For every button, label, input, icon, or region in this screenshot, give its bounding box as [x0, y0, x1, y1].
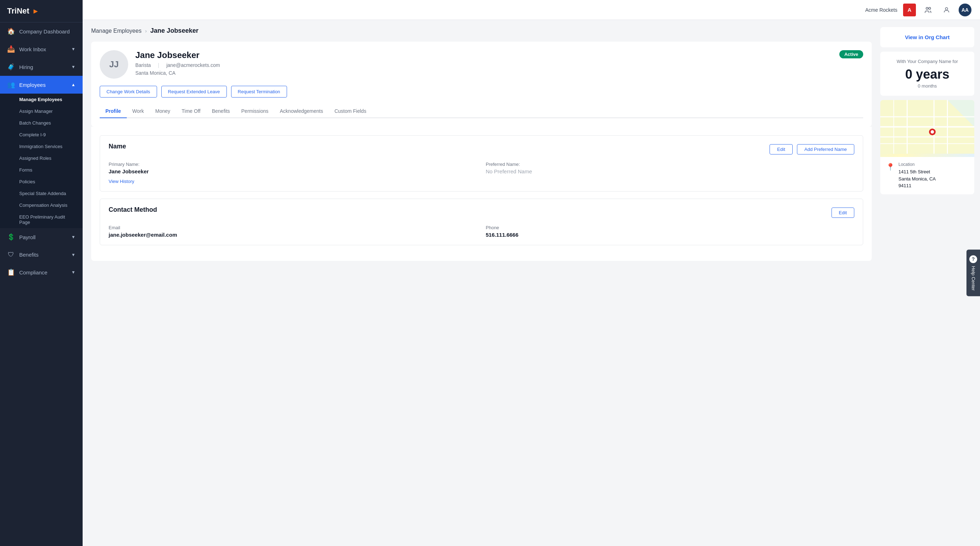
tab-money[interactable]: Money — [150, 105, 176, 118]
user-icon-button[interactable] — [940, 3, 953, 16]
sidebar-item-payroll[interactable]: 💲 Payroll ▼ — [0, 228, 83, 246]
location-label: Location — [899, 162, 936, 167]
chevron-down-icon: ▼ — [71, 47, 75, 52]
sidebar-item-compensation-analysis[interactable]: Compensation Analysis — [0, 199, 83, 211]
sidebar-item-label: Hiring — [19, 64, 67, 70]
name-grid: Primary Name: Jane Jobseeker View Histor… — [108, 162, 854, 184]
chevron-down-icon: ▼ — [71, 235, 75, 240]
sidebar-item-immigration-services[interactable]: Immigration Services — [0, 141, 83, 152]
right-panel: View in Org Chart With Your Company Name… — [880, 20, 980, 546]
tab-custom-fields[interactable]: Custom Fields — [329, 105, 372, 118]
tab-acknowledgements[interactable]: Acknowledgements — [274, 105, 329, 118]
sidebar-item-assigned-roles[interactable]: Assigned Roles — [0, 152, 83, 164]
breadcrumb-parent[interactable]: Manage Employees — [91, 28, 142, 34]
breadcrumb: Manage Employees › Jane Jobseeker — [91, 27, 872, 35]
help-center-tab[interactable]: ? Help Center — [966, 249, 980, 296]
tenure-subtitle: With Your Company Name for — [888, 59, 967, 64]
sidebar-item-label: Work Inbox — [19, 46, 67, 52]
phone-field: Phone 516.111.6666 — [486, 225, 854, 238]
phone-value: 516.111.6666 — [486, 232, 854, 238]
sidebar-item-manage-employees[interactable]: Manage Employees — [0, 94, 83, 105]
location-info: 📍 Location 1411 5th Street Santa Monica,… — [880, 157, 974, 194]
sidebar-item-compliance[interactable]: 📋 Compliance ▼ — [0, 263, 83, 281]
employee-name: Jane Jobseeker — [135, 50, 832, 60]
sidebar-item-complete-i9[interactable]: Complete I-9 — [0, 129, 83, 141]
logo-arrow: ► — [32, 7, 39, 15]
compliance-icon: 📋 — [7, 268, 15, 276]
briefcase-icon: 🧳 — [7, 63, 15, 71]
email-label: Email — [108, 225, 477, 230]
preferred-name-field: Preferred Name: No Preferred Name — [486, 162, 854, 184]
help-icon: ? — [969, 255, 977, 263]
primary-name-value: Jane Jobseeker — [108, 168, 477, 175]
profile-section: Name Edit Add Preferred Name Primary Nam… — [91, 127, 872, 261]
tab-time-off[interactable]: Time Off — [176, 105, 206, 118]
benefits-icon: 🛡 — [7, 251, 15, 259]
team-icon-button[interactable] — [921, 3, 934, 16]
employee-actions: Change Work Details Request Extended Lea… — [100, 86, 863, 97]
sidebar-item-label: Payroll — [19, 234, 67, 240]
employees-icon: 👥 — [7, 81, 15, 89]
main-area: Acme Rockets A AA Manage Employees › Jan… — [83, 0, 980, 546]
employee-avatar: JJ — [100, 50, 128, 79]
name-section-header: Name Edit Add Preferred Name — [108, 143, 854, 156]
location-address-line2: Santa Monica, CA — [899, 176, 936, 183]
primary-name-label: Primary Name: — [108, 162, 477, 167]
preferred-name-value: No Preferred Name — [486, 168, 854, 175]
profile-tabs: Profile Work Money Time Off Benefits Per… — [100, 105, 863, 118]
sidebar-item-eeo-audit[interactable]: EEO Preliminary Audit Page — [0, 211, 83, 228]
company-name: Acme Rockets — [865, 7, 897, 13]
chevron-down-icon: ▼ — [71, 270, 75, 275]
sidebar-item-special-state-addenda[interactable]: Special State Addenda — [0, 187, 83, 199]
add-preferred-name-button[interactable]: Add Preferred Name — [797, 144, 854, 154]
tab-profile[interactable]: Profile — [100, 105, 127, 118]
location-map-card: 📍 Location 1411 5th Street Santa Monica,… — [880, 100, 974, 194]
contact-section-title: Contact Method — [108, 206, 157, 214]
view-org-chart-link[interactable]: View in Org Chart — [905, 34, 950, 40]
contact-grid: Email jane.jobseeker@email.com Phone 516… — [108, 225, 854, 238]
tenure-years: 0 years — [888, 67, 967, 82]
sidebar-item-assign-manager[interactable]: Assign Manager — [0, 105, 83, 117]
sidebar-logo[interactable]: TriNet ► — [0, 0, 83, 22]
page-content: Manage Employees › Jane Jobseeker JJ Jan… — [83, 20, 880, 546]
employee-meta: Barista | jane@acmerockets.com — [135, 62, 832, 68]
location-address-line1: 1411 5th Street — [899, 168, 936, 176]
topbar: Acme Rockets A AA — [83, 0, 980, 20]
sidebar: TriNet ► 🏠 Company Dashboard 📥 Work Inbo… — [0, 0, 83, 546]
sidebar-item-hiring[interactable]: 🧳 Hiring ▼ — [0, 58, 83, 76]
change-work-details-button[interactable]: Change Work Details — [100, 86, 157, 97]
tab-permissions[interactable]: Permissions — [236, 105, 274, 118]
logo-text: TriNet — [7, 6, 29, 16]
employee-title: Barista — [135, 62, 151, 68]
sidebar-item-forms[interactable]: Forms — [0, 164, 83, 176]
meta-divider: | — [158, 62, 159, 68]
sidebar-item-company-dashboard[interactable]: 🏠 Company Dashboard — [0, 22, 83, 40]
brand-badge[interactable]: A — [903, 3, 916, 16]
tab-work[interactable]: Work — [127, 105, 150, 118]
name-section-card: Name Edit Add Preferred Name Primary Nam… — [100, 135, 863, 192]
employee-header: JJ Jane Jobseeker Barista | jane@acmeroc… — [100, 50, 863, 79]
sidebar-item-benefits[interactable]: 🛡 Benefits ▼ — [0, 246, 83, 263]
name-section-title: Name — [108, 143, 126, 150]
contact-edit-button[interactable]: Edit — [832, 208, 854, 218]
user-avatar[interactable]: AA — [959, 3, 972, 16]
request-termination-button[interactable]: Request Termination — [231, 86, 287, 97]
view-history-link[interactable]: View History — [108, 179, 134, 184]
help-center-label: Help Center — [971, 266, 976, 290]
map-placeholder — [880, 100, 974, 157]
sidebar-item-employees[interactable]: 👥 Employees ▲ — [0, 76, 83, 94]
sidebar-item-batch-changes[interactable]: Batch Changes — [0, 117, 83, 129]
request-extended-leave-button[interactable]: Request Extended Leave — [161, 86, 227, 97]
tab-benefits[interactable]: Benefits — [206, 105, 236, 118]
inbox-icon: 📥 — [7, 45, 15, 53]
employees-submenu: Manage Employees Assign Manager Batch Ch… — [0, 94, 83, 228]
sidebar-item-work-inbox[interactable]: 📥 Work Inbox ▼ — [0, 40, 83, 58]
name-edit-button[interactable]: Edit — [770, 144, 792, 154]
sidebar-item-policies[interactable]: Policies — [0, 176, 83, 187]
contact-section-card: Contact Method Edit Email jane.jobseeker… — [100, 198, 863, 245]
svg-point-0 — [926, 7, 928, 9]
home-icon: 🏠 — [7, 27, 15, 35]
chevron-up-icon: ▲ — [71, 82, 75, 87]
location-pin-icon: 📍 — [886, 163, 895, 171]
payroll-icon: 💲 — [7, 233, 15, 241]
